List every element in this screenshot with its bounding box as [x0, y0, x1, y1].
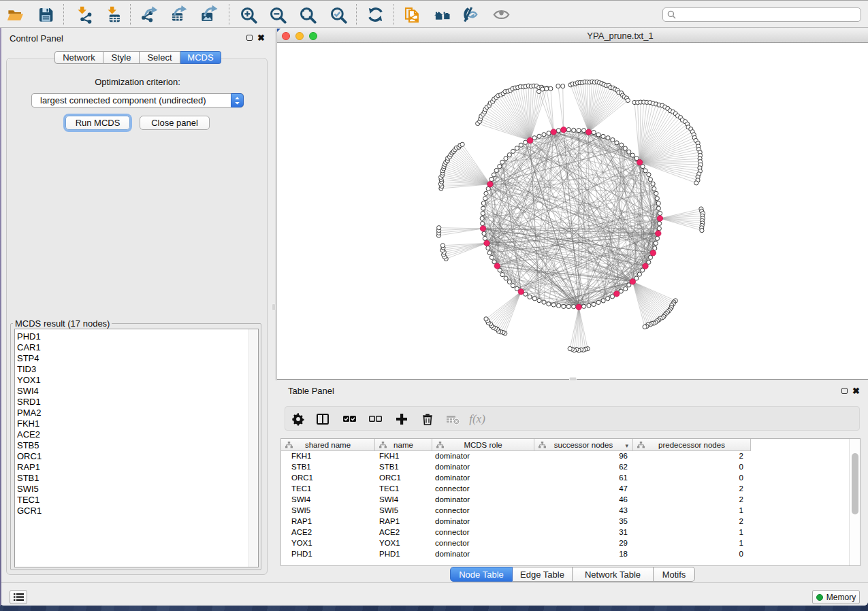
first-neighbors-icon [434, 5, 452, 24]
memory-label: Memory [826, 593, 856, 602]
mcds-result-item[interactable]: STB1 [17, 473, 247, 484]
save-session-button[interactable] [34, 4, 57, 25]
table-row[interactable]: SWI4SWI4dominator462 [281, 495, 860, 506]
window-maximize-icon[interactable] [309, 32, 317, 40]
zoom-selected-button[interactable] [326, 4, 349, 25]
cell-successor-nodes: 61 [534, 474, 633, 484]
import-table-button[interactable] [102, 4, 125, 25]
show-all-button[interactable] [489, 4, 513, 25]
run-mcds-button[interactable]: Run MCDS [65, 116, 130, 130]
column-header-predecessor-nodes[interactable]: predecessor nodes [633, 439, 751, 451]
window-minimize-icon[interactable] [295, 32, 304, 40]
column-header-name[interactable]: name [375, 439, 432, 451]
mcds-list-scrollbar[interactable] [248, 329, 258, 567]
table-row[interactable]: TEC1TEC1connector472 [281, 484, 860, 495]
mcds-result-item[interactable]: TEC1 [17, 495, 247, 506]
mcds-result-item[interactable]: ORC1 [17, 451, 247, 462]
table-row[interactable]: PHD1PHD1dominator180 [281, 550, 860, 561]
tab-mcds[interactable]: MCDS [180, 51, 221, 64]
mcds-result-item[interactable]: SRD1 [17, 397, 247, 408]
clone-network-button[interactable] [400, 4, 423, 25]
column-header-successor-nodes[interactable]: successor nodes▾ [534, 439, 633, 451]
close-panel-button[interactable]: Close panel [140, 116, 210, 130]
add-row-button[interactable] [389, 407, 414, 431]
mcds-result-item[interactable]: RAP1 [17, 462, 247, 473]
mcds-result-item[interactable]: SWI4 [17, 386, 247, 397]
table-close-icon[interactable]: ✖ [852, 388, 860, 395]
mcds-result-item[interactable]: PMA2 [17, 408, 247, 418]
mcds-result-item[interactable]: GCR1 [17, 506, 247, 516]
mcds-result-list[interactable]: PHD1CAR1STP4TID3YOX1SWI4SRD1PMA2FKH1ACE2… [14, 329, 259, 567]
zoom-in-button[interactable] [236, 4, 259, 25]
deselect-all-button[interactable] [363, 407, 387, 431]
delete-row-button[interactable] [415, 407, 440, 431]
export-image-button[interactable] [197, 4, 220, 25]
cell-predecessor-nodes: 1 [633, 528, 751, 539]
table-row[interactable]: SWI5SWI5connector431 [281, 506, 860, 517]
gear-button[interactable] [286, 407, 310, 431]
mcds-result-item[interactable]: FKH1 [17, 418, 247, 429]
cell-shared-name: SWI4 [281, 495, 375, 506]
memory-button[interactable]: Memory [812, 590, 860, 604]
import-network-button[interactable] [72, 4, 95, 25]
tab-edge-table[interactable]: Edge Table [513, 567, 573, 582]
network-window-titlebar[interactable]: YPA_prune.txt_1 [277, 29, 868, 43]
window-left-edge [0, 28, 1, 606]
column-type-icon [436, 442, 444, 448]
mcds-result-item[interactable]: SWI5 [17, 484, 247, 495]
mcds-result-item[interactable]: TID3 [17, 364, 247, 375]
mcds-result-item[interactable]: STB5 [17, 440, 247, 451]
float-panel-icon[interactable] [246, 35, 253, 41]
mcds-result-item[interactable]: STP4 [17, 353, 247, 364]
export-table-button[interactable] [167, 4, 190, 25]
table-row[interactable]: ACE2ACE2connector311 [281, 528, 860, 539]
table-row[interactable]: FKH1FKH1dominator962 [281, 452, 860, 463]
table-row[interactable]: STB1STB1dominator620 [281, 463, 860, 474]
columns-button[interactable] [310, 407, 335, 431]
tab-network-table[interactable]: Network Table [573, 567, 654, 582]
cell-predecessor-nodes: 2 [633, 484, 751, 495]
cell-shared-name: TEC1 [281, 484, 375, 495]
mcds-result-item[interactable]: YOX1 [17, 375, 247, 386]
table-row[interactable]: ORC1ORC1dominator610 [281, 474, 860, 484]
cytoscape-window: Control Panel ✖ NetworkStyleSelectMCDS O… [0, 0, 868, 606]
select-all-button[interactable] [337, 407, 361, 431]
export-table-icon [170, 5, 188, 24]
column-type-icon [637, 442, 645, 448]
search-input[interactable] [676, 10, 861, 20]
cell-name: PHD1 [375, 550, 432, 561]
network-canvas[interactable] [277, 43, 868, 380]
cell-shared-name: FKH1 [281, 452, 375, 463]
hide-selected-button[interactable] [457, 4, 480, 25]
refresh-button[interactable] [364, 4, 387, 25]
open-file-button[interactable] [3, 4, 27, 25]
table-scrollbar-thumb[interactable] [852, 453, 858, 514]
table-float-icon[interactable] [841, 388, 848, 394]
tab-node-table[interactable]: Node Table [450, 567, 513, 582]
tab-style[interactable]: Style [103, 51, 140, 64]
function-button: f(x) [465, 407, 489, 431]
column-header-shared-name[interactable]: shared name [281, 439, 375, 451]
table-scrollbar[interactable] [849, 439, 860, 565]
close-panel-icon[interactable]: ✖ [257, 35, 265, 42]
status-bar: Memory [0, 582, 868, 606]
show-panels-button[interactable] [10, 590, 27, 604]
first-neighbors-button[interactable] [431, 4, 454, 25]
mcds-result-item[interactable]: CAR1 [17, 342, 247, 353]
table-row[interactable]: RAP1RAP1dominator352 [281, 517, 860, 528]
zoom-out-button[interactable] [266, 4, 289, 25]
tab-motifs[interactable]: Motifs [654, 567, 695, 582]
gear-icon [291, 412, 305, 426]
export-network-button[interactable] [138, 4, 161, 25]
window-close-icon[interactable] [282, 32, 290, 40]
export-image-icon [199, 5, 218, 24]
tab-network[interactable]: Network [54, 51, 103, 64]
table-row[interactable]: YOX1YOX1connector291 [281, 539, 860, 550]
column-header-MCDS-role[interactable]: MCDS role [432, 439, 534, 451]
tab-select[interactable]: Select [140, 51, 180, 64]
mcds-result-item[interactable]: PHD1 [17, 331, 247, 342]
criterion-dropdown[interactable]: largest connected component (undirected) [31, 93, 244, 108]
zoom-fit-button[interactable] [295, 4, 319, 25]
mcds-result-item[interactable]: ACE2 [17, 429, 247, 440]
cell-predecessor-nodes: 1 [633, 506, 751, 517]
